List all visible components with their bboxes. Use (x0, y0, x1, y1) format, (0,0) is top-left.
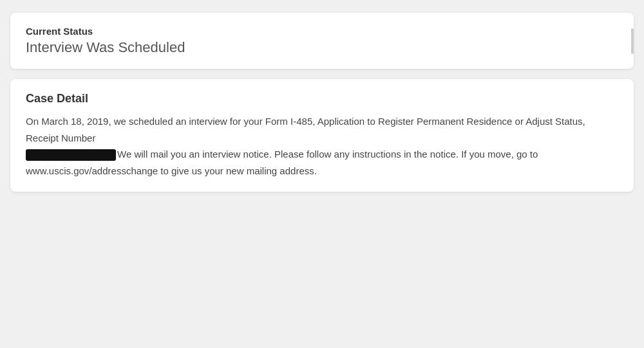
case-detail-card: Case Detail On March 18, 2019, we schedu… (10, 79, 634, 192)
case-detail-title: Case Detail (26, 92, 618, 105)
current-status-label: Current Status (26, 26, 618, 37)
redacted-receipt-number (26, 149, 116, 161)
status-card: Current Status Interview Was Scheduled (10, 13, 634, 69)
status-value: Interview Was Scheduled (26, 39, 618, 56)
case-text-part1: On March 18, 2019, we scheduled an inter… (26, 116, 585, 143)
case-detail-text: On March 18, 2019, we scheduled an inter… (26, 113, 618, 179)
scrollbar-hint (631, 28, 634, 54)
